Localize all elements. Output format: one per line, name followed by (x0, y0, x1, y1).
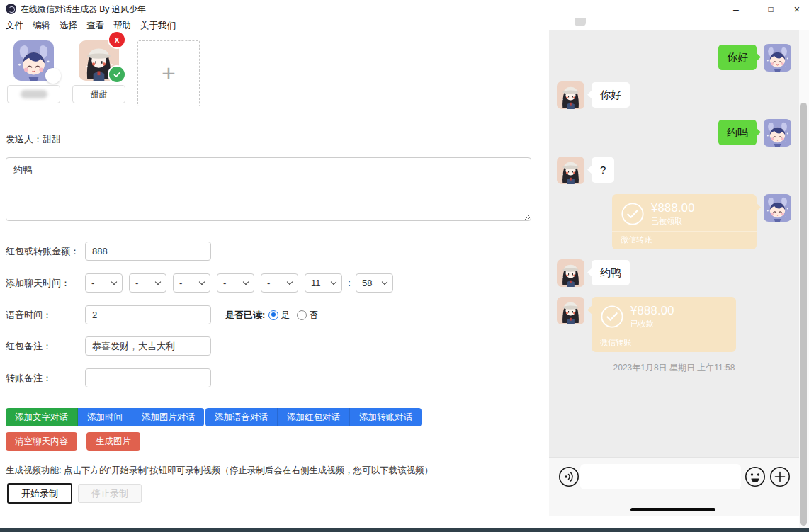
transfer-footer: 微信转账 (592, 334, 736, 352)
start-record-button[interactable]: 开始录制 (7, 483, 72, 504)
transfer-amount: ¥888.00 (651, 201, 695, 215)
add-redpacket-dialog-button[interactable]: 添加红包对话 (278, 408, 350, 426)
time-select-month[interactable]: - (129, 273, 166, 293)
menu-item-view[interactable]: 查看 (86, 18, 104, 33)
transfer-status: 已被领取 (651, 216, 695, 227)
avatar-picker: x 甜甜 + (7, 40, 200, 106)
minimize-icon[interactable]: – (728, 0, 744, 18)
video-hint-text: 生成视频功能: 点击下方的"开始录制"按钮即可录制视频（停止录制后会在右侧生成视… (6, 465, 530, 477)
transfer-footer: 微信转账 (612, 231, 757, 249)
avatar-blue-boy (764, 44, 791, 72)
chat-message-list[interactable]: 你好 你好 约吗 ? ¥888.00 (549, 30, 799, 457)
voice-duration-label: 语音时间： (6, 305, 52, 324)
menu-item-edit[interactable]: 编辑 (33, 18, 50, 33)
message-bubble: ? (592, 157, 614, 183)
radio-checked-icon[interactable] (268, 310, 278, 320)
redpacket-note-label: 红包备注： (6, 336, 52, 356)
stop-record-button: 停止录制 (78, 484, 142, 503)
message-bubble: 你好 (592, 82, 630, 108)
add-dialog-button-group-2: 添加语音对话 添加红包对话 添加转账对话 (205, 408, 422, 426)
check-icon (621, 202, 645, 226)
avatar-item-2[interactable]: x 甜甜 (72, 40, 125, 103)
transfer-note-label: 转账备注： (6, 368, 52, 387)
maximize-icon[interactable]: □ (763, 0, 779, 18)
add-voice-dialog-button[interactable]: 添加语音对话 (205, 408, 278, 426)
title-bar: 在线微信对话生成器 By 追风少年 – □ × (0, 0, 809, 18)
menu-bar: 文件 编辑 选择 查看 帮助 关于我们 (6, 18, 176, 33)
avatar-item-1[interactable] (7, 40, 60, 103)
add-avatar-button[interactable]: + (137, 40, 200, 106)
emoji-icon[interactable] (745, 466, 766, 487)
time-select-day[interactable]: - (173, 273, 210, 293)
chat-text-input[interactable] (580, 464, 741, 489)
chevron-down-icon (287, 279, 293, 285)
radio-unchecked-icon[interactable] (297, 310, 307, 320)
voice-duration-input[interactable] (85, 305, 211, 324)
avatar-blue-boy (764, 119, 791, 147)
transfer-note-input[interactable] (85, 368, 211, 387)
time-select-week[interactable]: - (217, 273, 254, 293)
chevron-down-icon (243, 279, 249, 285)
time-select-year[interactable]: - (85, 273, 123, 293)
time-select-ampm[interactable]: - (261, 273, 298, 293)
remove-avatar-icon[interactable]: x (109, 32, 125, 47)
generate-image-button[interactable]: 生成图片 (86, 432, 140, 451)
avatar-name-input[interactable] (7, 85, 60, 103)
app-window: 在线微信对话生成器 By 追风少年 – □ × 文件 编辑 选择 查看 帮助 关… (0, 0, 809, 532)
chevron-down-icon (382, 279, 387, 285)
add-transfer-dialog-button[interactable]: 添加转账对话 (350, 408, 422, 426)
avatar-girl (557, 259, 584, 287)
chat-input-bar (549, 457, 799, 516)
add-image-dialog-button[interactable]: 添加图片对话 (132, 408, 204, 426)
sender-label: 发送人：甜甜 (6, 133, 61, 146)
scrollbar-track[interactable] (799, 30, 809, 528)
add-dialog-button-group-1: 添加文字对话 添加时间 添加图片对话 (6, 408, 204, 426)
scrolled-avatar-fragment (575, 18, 586, 26)
avatar-name-input[interactable]: 甜甜 (72, 85, 125, 103)
message-bubble: 约鸭 (592, 260, 630, 285)
close-icon[interactable]: × (789, 0, 805, 18)
selected-check-icon[interactable] (109, 67, 125, 82)
radio-no[interactable]: 否 (297, 309, 318, 322)
chevron-down-icon (111, 279, 117, 285)
time-label: 添加聊天时间： (6, 273, 70, 293)
read-status-group: 是否已读: 是 否 (225, 305, 322, 324)
chat-top-strip (549, 18, 799, 30)
radio-yes[interactable]: 是 (268, 309, 290, 322)
transfer-status: 已收款 (630, 319, 674, 329)
time-select-minute[interactable]: 58 (356, 273, 393, 293)
plus-icon[interactable] (769, 466, 791, 487)
transfer-amount: ¥888.00 (630, 304, 674, 317)
time-colon: : (346, 273, 353, 293)
amount-input[interactable] (85, 242, 211, 261)
app-icon (6, 4, 16, 14)
chat-message: ? (549, 157, 799, 184)
window-bottom-edge (0, 528, 809, 532)
unselected-circle-icon[interactable] (45, 68, 61, 84)
menu-item-about[interactable]: 关于我们 (140, 18, 176, 33)
voice-icon[interactable] (558, 466, 579, 487)
menu-item-file[interactable]: 文件 (6, 18, 23, 33)
time-select-hour[interactable]: 11 (305, 273, 342, 293)
avatar-name-censored (21, 90, 47, 98)
home-indicator (630, 508, 715, 511)
chat-message-transfer: ¥888.00 已收款 微信转账 (549, 297, 799, 352)
chat-message: 你好 (549, 81, 799, 109)
chat-timestamp: 2023年1月8日 星期日 上午11:58 (549, 362, 799, 374)
transfer-card: ¥888.00 已收款 微信转账 (592, 297, 736, 352)
chevron-down-icon (155, 279, 161, 285)
clear-chat-button[interactable]: 清空聊天内容 (6, 432, 77, 451)
add-text-dialog-button[interactable]: 添加文字对话 (6, 408, 78, 426)
menu-item-help[interactable]: 帮助 (113, 18, 131, 33)
message-textarea[interactable]: 约鸭 (6, 157, 531, 221)
message-bubble: 你好 (718, 45, 757, 70)
menu-item-select[interactable]: 选择 (60, 18, 77, 33)
chevron-down-icon (331, 279, 336, 285)
chat-message: 约吗 (549, 119, 799, 147)
chat-message: 你好 (549, 44, 799, 72)
add-time-button[interactable]: 添加时间 (78, 408, 132, 426)
redpacket-note-input[interactable] (85, 336, 211, 356)
avatar-girl (557, 81, 584, 109)
chat-message-transfer: ¥888.00 已被领取 微信转账 (549, 194, 799, 249)
scrollbar-thumb[interactable] (800, 103, 807, 526)
